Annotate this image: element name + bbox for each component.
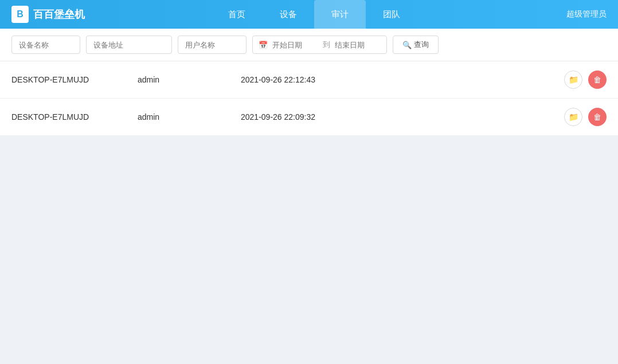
nav-item-home[interactable]: 首页 <box>211 0 263 29</box>
delete-button[interactable]: 🗑 <box>588 108 607 126</box>
row-device-name: DESKTOP-E7LMUJD <box>11 75 138 84</box>
nav-item-team[interactable]: 团队 <box>366 0 417 29</box>
table-row: DESKTOP-E7LMUJD admin 2021-09-26 22:12:4… <box>0 61 618 99</box>
row-time: 2021-09-26 22:09:32 <box>241 112 549 122</box>
view-button[interactable]: 📁 <box>564 71 582 89</box>
end-date-input[interactable] <box>335 41 381 49</box>
row-user: admin <box>138 112 241 122</box>
table-row: DESKTOP-E7LMUJD admin 2021-09-26 22:09:3… <box>0 99 618 136</box>
row-device-name: DESKTOP-E7LMUJD <box>11 112 138 122</box>
logo-icon: B <box>11 6 29 23</box>
nav-label-audit: 审计 <box>331 9 349 20</box>
trash-icon: 🗑 <box>593 75 601 84</box>
nav-item-devices[interactable]: 设备 <box>263 0 314 29</box>
date-range-picker: 📅 到 <box>252 36 387 54</box>
device-addr-input[interactable] <box>86 36 172 54</box>
user-name-input[interactable] <box>178 36 247 54</box>
user-label: 超级管理员 <box>566 9 607 18</box>
search-button[interactable]: 🔍 查询 <box>393 36 439 54</box>
search-icon: 🔍 <box>402 41 412 49</box>
nav-label-home: 首页 <box>228 9 245 20</box>
audit-table: DESKTOP-E7LMUJD admin 2021-09-26 22:12:4… <box>0 61 618 136</box>
row-actions: 📁 🗑 <box>549 71 607 89</box>
user-info: 超级管理员 <box>566 9 607 19</box>
search-label: 查询 <box>414 40 429 50</box>
filter-bar: 📅 到 🔍 查询 <box>0 29 618 61</box>
header: B 百百堡垒机 首页 设备 审计 团队 超级管理员 <box>0 0 618 29</box>
row-user: admin <box>138 75 241 84</box>
start-date-input[interactable] <box>272 41 318 49</box>
date-separator: 到 <box>323 40 330 50</box>
trash-icon: 🗑 <box>593 112 601 122</box>
folder-icon: 📁 <box>569 112 578 122</box>
nav-item-audit[interactable]: 审计 <box>314 0 366 29</box>
row-time: 2021-09-26 22:12:43 <box>241 75 549 84</box>
nav-label-team: 团队 <box>383 9 400 20</box>
main-nav: 首页 设备 审计 团队 <box>62 0 566 29</box>
folder-icon: 📁 <box>569 75 578 84</box>
device-name-input[interactable] <box>11 36 80 54</box>
nav-label-devices: 设备 <box>280 9 297 20</box>
logo-letter: B <box>17 9 24 19</box>
delete-button[interactable]: 🗑 <box>588 71 607 89</box>
view-button[interactable]: 📁 <box>564 108 582 126</box>
row-actions: 📁 🗑 <box>549 108 607 126</box>
calendar-icon: 📅 <box>259 41 268 49</box>
